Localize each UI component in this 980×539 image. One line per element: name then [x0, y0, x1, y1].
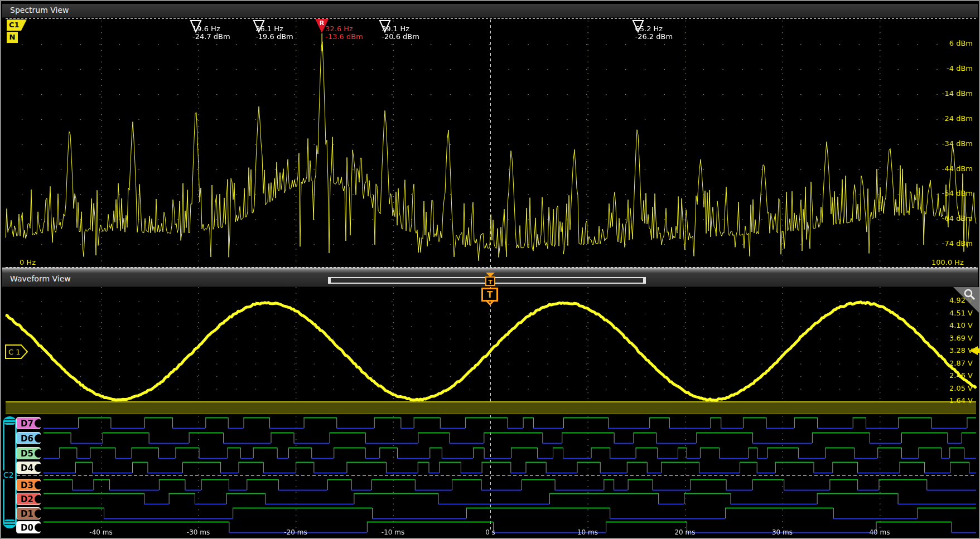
digital-channel-badge-d0[interactable]: D0 — [16, 521, 41, 533]
time-tick-label: -20 ms — [276, 528, 315, 536]
spectrum-y-tick-label: -64 dBm — [923, 214, 973, 222]
waveform-y-tick-label: 3.28 V — [923, 346, 973, 355]
spectrum-y-tick-label: -14 dBm — [923, 89, 973, 98]
spectrum-x-end-label: 100.0 Hz — [931, 258, 964, 266]
time-tick-label: -30 ms — [179, 528, 218, 536]
time-tick-label: 40 ms — [860, 528, 899, 536]
waveform-y-tick-label: 2.05 V — [923, 384, 973, 392]
time-tick-label: 10 ms — [568, 528, 607, 536]
time-tick-label: -10 ms — [374, 528, 413, 536]
digital-channel-badge-d2[interactable]: D2 — [16, 493, 41, 505]
digital-group-label-c2[interactable]: C2 — [2, 470, 15, 479]
digital-channel-badge-d4[interactable]: D4 — [16, 462, 41, 474]
digital-bracket-bottom-grip[interactable] — [4, 519, 15, 527]
digital-channel-badge-d1[interactable]: D1 — [16, 507, 41, 519]
spectrum-view-titlebar[interactable]: Spectrum View — [2, 4, 978, 18]
spectrum-y-tick-label: -74 dBm — [923, 239, 973, 247]
digital-bracket-top-grip[interactable] — [4, 417, 15, 425]
waveform-y-tick-label: 2.87 V — [923, 359, 973, 367]
waveform-view-title: Waveform View — [10, 274, 71, 283]
marker-readout: 32.6 Hz -13.6 dBm — [325, 25, 363, 41]
waveform-y-tick-label: 4.10 V — [923, 321, 973, 329]
zoom-icon[interactable] — [963, 288, 977, 303]
trigger-position-badge[interactable]: T — [485, 276, 495, 286]
marker-readout: 26.1 Hz -19.6 dBm — [255, 25, 293, 41]
digital-channel-badge-d7[interactable]: D7 — [16, 417, 41, 429]
spectrum-y-tick-label: -4 dBm — [923, 64, 973, 72]
svg-text:R: R — [320, 20, 325, 27]
spectrum-y-tick-label: -44 dBm — [923, 164, 973, 173]
marker-readout: 65.2 Hz -26.2 dBm — [635, 25, 673, 41]
badge-notch — [35, 449, 43, 458]
channel-reference-arrow-icon — [969, 346, 978, 355]
waveform-y-tick-label: 1.64 V — [923, 396, 973, 405]
spectrum-x-start-label: 0 Hz — [20, 258, 36, 266]
trigger-marker[interactable]: T — [481, 288, 498, 302]
badge-notch — [35, 419, 43, 428]
marker-readout: 19.6 Hz -24.7 dBm — [192, 25, 230, 41]
spectrum-y-tick-label: -24 dBm — [923, 114, 973, 123]
spectrum-y-tick-label: -54 dBm — [923, 189, 973, 197]
channel-reference-arrow-tail — [978, 348, 980, 353]
badge-notch — [35, 495, 43, 503]
waveform-y-tick-label: 3.69 V — [923, 334, 973, 342]
waveform-channel-tag-c1[interactable]: C 1 — [4, 343, 29, 360]
digital-channel-badge-d3[interactable]: D3 — [16, 479, 41, 491]
badge-notch — [35, 434, 43, 443]
oscilloscope-window: Spectrum View C1 N 19.6 Hz -24.7 dBm26.1… — [0, 0, 980, 539]
marker-readout: 39.1 Hz -20.6 dBm — [382, 25, 419, 41]
digital-channel-badge-d5[interactable]: D5 — [16, 447, 41, 459]
waveform-y-tick-label: 2.46 V — [923, 371, 973, 380]
badge-notch — [35, 509, 43, 518]
time-tick-label: 30 ms — [763, 528, 802, 536]
spectrum-y-tick-label: -34 dBm — [923, 139, 973, 148]
time-tick-label: 20 ms — [665, 528, 704, 536]
time-tick-label: 0 s — [471, 528, 510, 536]
c1-tag-text: C 1 — [8, 348, 20, 356]
panel-splitter[interactable] — [2, 268, 978, 273]
badge-notch — [35, 523, 43, 532]
spectrum-normal-badge[interactable]: N — [7, 32, 18, 43]
spectrum-view-title: Spectrum View — [10, 6, 69, 14]
badge-notch — [35, 481, 43, 489]
time-tick-label: -40 ms — [81, 528, 120, 536]
badge-notch — [35, 464, 43, 472]
spectrum-y-tick-label: 6 dBm — [923, 39, 973, 47]
digital-channel-badge-d6[interactable]: D6 — [16, 432, 41, 444]
